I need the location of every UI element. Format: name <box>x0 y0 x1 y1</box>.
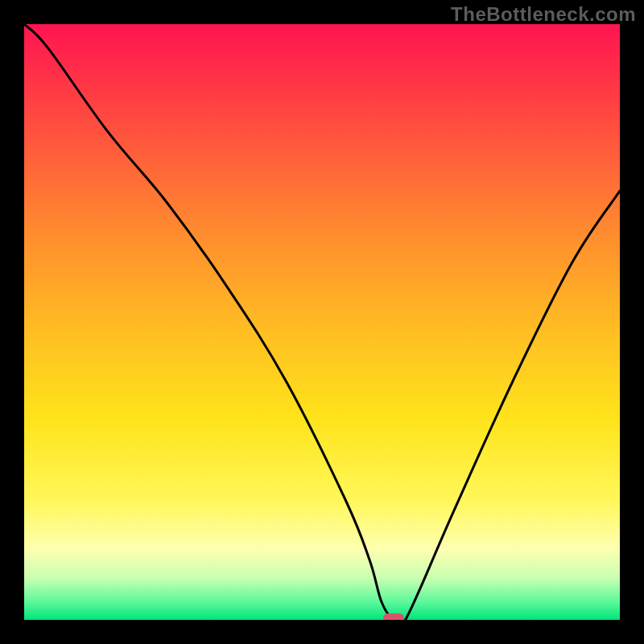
plot-area <box>24 24 620 620</box>
watermark-label: TheBottleneck.com <box>451 3 636 26</box>
bottleneck-curve <box>24 24 620 620</box>
chart-frame: TheBottleneck.com <box>0 0 644 644</box>
optimum-marker <box>383 613 404 620</box>
